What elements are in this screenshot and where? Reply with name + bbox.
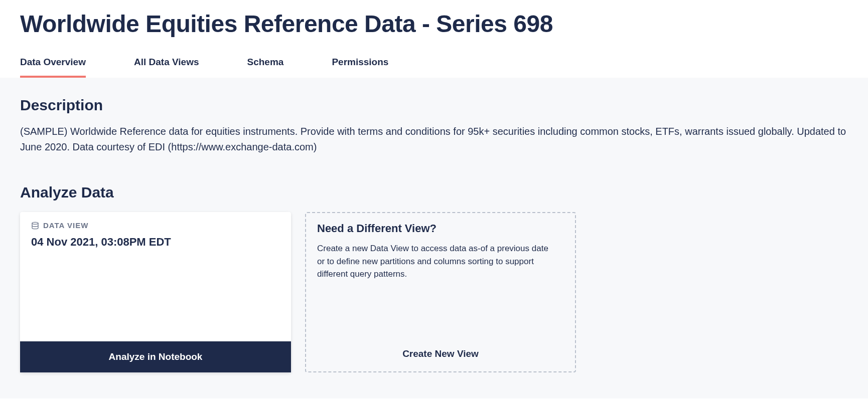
- create-view-body: Create a new Data View to access data as…: [317, 242, 553, 281]
- create-new-view-button[interactable]: Create New View: [306, 338, 575, 371]
- svg-point-0: [32, 222, 38, 224]
- data-view-timestamp: 04 Nov 2021, 03:08PM EDT: [31, 236, 280, 249]
- create-view-card: Need a Different View? Create a new Data…: [305, 212, 576, 372]
- data-view-card-body: DATA VIEW 04 Nov 2021, 03:08PM EDT: [20, 212, 291, 341]
- data-view-card: DATA VIEW 04 Nov 2021, 03:08PM EDT Analy…: [20, 212, 291, 372]
- data-view-label: DATA VIEW: [43, 221, 88, 230]
- data-view-label-row: DATA VIEW: [31, 221, 280, 230]
- description-heading: Description: [20, 97, 848, 114]
- description-body: (SAMPLE) Worldwide Reference data for eq…: [20, 124, 848, 155]
- database-icon: [31, 222, 39, 230]
- analyze-in-notebook-button[interactable]: Analyze in Notebook: [20, 341, 291, 372]
- tab-all-data-views[interactable]: All Data Views: [134, 57, 199, 78]
- tab-data-overview[interactable]: Data Overview: [20, 57, 86, 78]
- tab-schema[interactable]: Schema: [247, 57, 284, 78]
- header-region: Worldwide Equities Reference Data - Seri…: [0, 0, 868, 78]
- create-view-card-body: Need a Different View? Create a new Data…: [306, 213, 575, 338]
- tab-permissions[interactable]: Permissions: [332, 57, 388, 78]
- cards-row: DATA VIEW 04 Nov 2021, 03:08PM EDT Analy…: [20, 212, 848, 372]
- page-title: Worldwide Equities Reference Data - Seri…: [20, 10, 848, 38]
- analyze-heading: Analyze Data: [20, 184, 848, 201]
- create-view-title: Need a Different View?: [317, 222, 564, 235]
- tabs: Data Overview All Data Views Schema Perm…: [20, 57, 848, 78]
- content-region: Description (SAMPLE) Worldwide Reference…: [0, 78, 868, 398]
